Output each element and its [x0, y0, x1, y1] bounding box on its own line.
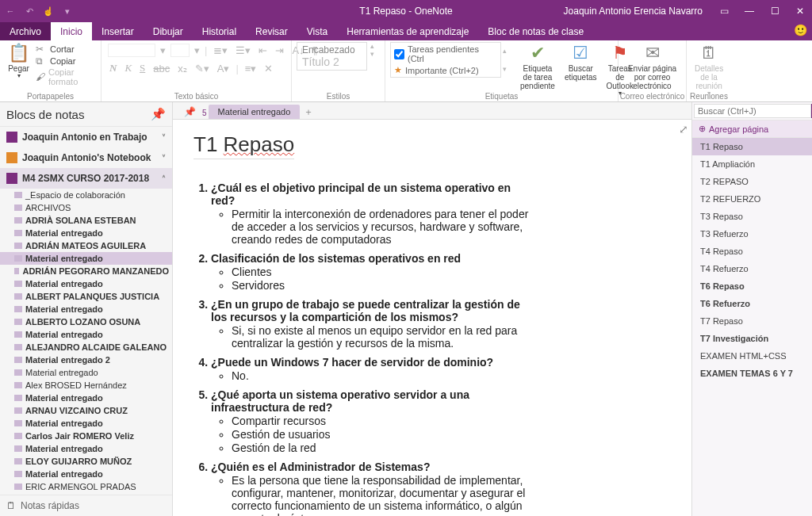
feedback-emoji-icon[interactable]: 🙂 [794, 24, 807, 36]
section-item[interactable]: ADRIÁN PEGORARO MANZANEDO [0, 265, 172, 277]
numbering-icon[interactable]: ☰▾ [234, 44, 252, 56]
answer[interactable]: Servidores [232, 279, 534, 292]
page-title[interactable]: T1 Repaso [193, 132, 294, 159]
question[interactable]: ¿Puede un Windows 7 hacer de servidor de… [211, 356, 534, 382]
section-item[interactable]: Material entregado 2 [0, 354, 172, 366]
section-item[interactable]: ARNAU VIZCAINO CRUZ [0, 404, 172, 417]
answer[interactable]: Compartir recursos [232, 415, 534, 427]
answer[interactable]: Clientes [232, 266, 534, 278]
email-page-button[interactable]: ✉Enviar página por correo electrónico [623, 42, 681, 92]
font-color-icon[interactable]: A▾ [216, 63, 232, 75]
meeting-details-button[interactable]: 🗓Detalles de la reunión▾ [691, 42, 726, 99]
menu-historial[interactable]: Historial [193, 22, 246, 40]
maximize-button[interactable]: ☐ [763, 0, 787, 22]
undo-icon[interactable]: ↶ [22, 4, 36, 18]
page-item[interactable]: T3 Repaso [692, 208, 812, 225]
user-name[interactable]: Joaquin Antonio Erencia Navarro [556, 6, 710, 17]
answer[interactable]: No. [232, 369, 534, 382]
tag-important[interactable]: ★Importante (Ctrl+2) [394, 65, 497, 75]
bullets-icon[interactable]: ≣▾ [212, 44, 229, 56]
styles-dropdown-icon[interactable]: ▴▾ [370, 42, 380, 58]
touch-icon[interactable]: ☝ [41, 4, 56, 18]
section-item[interactable]: Alex BROSED Hernández [0, 379, 172, 392]
section-item[interactable]: Material entregado [0, 303, 172, 315]
notebook-row[interactable]: Joaquin Antonio en Trabajo˅ [0, 127, 172, 147]
page-item[interactable]: T7 Investigación [692, 330, 812, 347]
page-item[interactable]: T1 Ampliación [692, 155, 812, 173]
expand-icon[interactable]: ⤢ [679, 123, 688, 136]
search-input[interactable] [694, 104, 811, 118]
page-item[interactable]: T6 Repaso [692, 277, 812, 295]
section-item[interactable]: ADRIÀ SOLANA ESTEBAN [0, 214, 172, 227]
strike-icon[interactable]: abc [151, 63, 171, 75]
menu-inicio[interactable]: Inicio [51, 22, 92, 40]
format-painter-button[interactable]: 🖌Copiar formato [36, 67, 96, 86]
bold-icon[interactable]: N [108, 62, 118, 75]
section-item[interactable]: Material entregado [0, 442, 172, 455]
section-item[interactable]: Material entregado [0, 392, 172, 404]
page-item[interactable]: T4 Repaso [692, 243, 812, 260]
page-item[interactable]: T2 REPASO [692, 173, 812, 190]
copy-button[interactable]: ⧉Copiar [36, 55, 96, 67]
answer[interactable]: Permitir la interconexión de ordenadores… [232, 208, 534, 246]
page-item[interactable]: T7 Repaso [692, 312, 812, 330]
menu-archivo[interactable]: Archivo [0, 22, 51, 40]
note-container[interactable]: ¿Cuál es el objetivo principal de un sis… [193, 182, 534, 516]
question[interactable]: ¿Quién es el Administrador de Sistemas?E… [211, 461, 534, 516]
clear-fmt-icon[interactable]: ✕ [262, 63, 274, 75]
page-item[interactable]: T1 Repaso [692, 138, 812, 155]
question[interactable]: ¿Cuál es el objetivo principal de un sis… [211, 182, 534, 246]
page-item[interactable]: EXAMEN HTML+CSS [692, 347, 812, 365]
italic-icon[interactable]: K [123, 62, 133, 75]
section-item[interactable]: ALEJANDRO ALCAIDE GALEANO [0, 341, 172, 354]
answer[interactable]: Si, si no existe al menos un equipo serv… [232, 324, 534, 350]
section-item[interactable]: _Espacio de colaboración [0, 189, 172, 201]
cut-button[interactable]: ✂Cortar [36, 44, 96, 55]
section-item[interactable]: ALBERT PALANQUES JUSTICIA [0, 290, 172, 303]
page-item[interactable]: T4 Refuerzo [692, 260, 812, 277]
underline-icon[interactable]: S [138, 62, 147, 75]
outdent-icon[interactable]: ⇤ [257, 44, 269, 56]
section-item[interactable]: ARCHIVOS [0, 201, 172, 214]
notebook-row[interactable]: Joaquin Antonio's Notebook˅ [0, 147, 172, 168]
menu-insertar[interactable]: Insertar [92, 22, 144, 40]
add-page-button[interactable]: ⊕ Agregar página [692, 120, 812, 138]
qat-dropdown-icon[interactable]: ▾ [60, 4, 75, 18]
page-item[interactable]: T6 Refuerzo [692, 295, 812, 312]
tag-gallery[interactable]: Tareas pendientes (Ctrl ★Importante (Ctr… [390, 42, 501, 78]
question[interactable]: ¿Qué aporta un sistema operativo servido… [211, 388, 534, 454]
section-item[interactable]: Material entregado [0, 277, 172, 290]
section-item[interactable]: ADRIÁN MATEOS AGUILERA [0, 239, 172, 252]
back-icon[interactable]: ← [3, 4, 17, 18]
page-item[interactable]: T3 Refuerzo [692, 225, 812, 243]
menu-bloc-de-notas-de-clase[interactable]: Bloc de notas de clase [478, 22, 593, 40]
question[interactable]: ¿En un grupo de trabajo se puede central… [211, 298, 534, 350]
paste-button[interactable]: 📋 Pegar▾ [5, 42, 33, 82]
question[interactable]: Clasificación de los sistemas operativos… [211, 252, 534, 292]
align-icon[interactable]: ≡▾ [243, 63, 259, 75]
tag-dropdown-icon[interactable]: ▴▾ [503, 42, 514, 78]
tag-note-button[interactable]: ✔Etiqueta de tarea pendiente [517, 42, 558, 92]
ribbon-options-icon[interactable]: ▭ [712, 0, 736, 22]
menu-dibujar[interactable]: Dibujar [144, 22, 193, 40]
section-item[interactable]: Material entregado [0, 417, 172, 430]
menu-revisar[interactable]: Revisar [246, 22, 297, 40]
minimize-button[interactable]: — [737, 0, 761, 22]
pin-pane-icon[interactable]: 📌 [151, 107, 166, 121]
menu-vista[interactable]: Vista [297, 22, 337, 40]
section-item[interactable]: Material entregado [0, 328, 172, 341]
section-tab-active[interactable]: Material entregado [209, 105, 301, 119]
section-item[interactable]: Material entregado [0, 252, 172, 265]
answer[interactable]: Gestión de la red [232, 441, 534, 454]
answer[interactable]: Es la persona que tiene la responsabilid… [232, 474, 534, 516]
add-section-button[interactable]: ＋ [301, 105, 316, 119]
indent-icon[interactable]: ⇥ [274, 44, 285, 56]
answer[interactable]: Gestión de usuarios [232, 428, 534, 441]
close-button[interactable]: ✕ [788, 0, 812, 22]
section-item[interactable]: ERIC ARMENGOL PRADAS [0, 480, 172, 493]
menu-herramientas-de-aprendizaje[interactable]: Herramientas de aprendizaje [337, 22, 478, 40]
section-item[interactable]: ELOY GUIJARRO MUÑOZ [0, 455, 172, 468]
page-item[interactable]: EXAMEN TEMAS 6 Y 7 [692, 365, 812, 382]
section-item[interactable]: Carlos Jair ROMERO Veliz [0, 430, 172, 442]
pin-tab-icon[interactable]: 📌 [179, 105, 201, 119]
